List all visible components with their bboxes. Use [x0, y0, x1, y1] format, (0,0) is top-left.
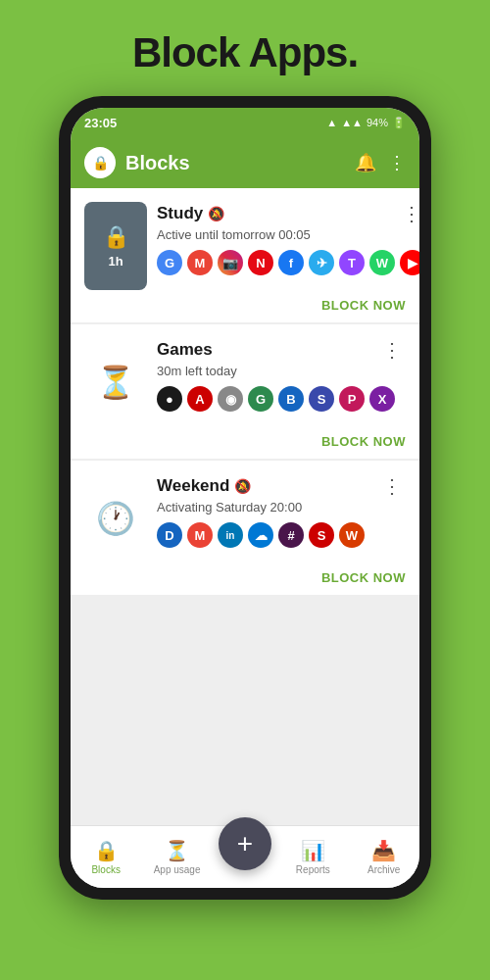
block-card-games: ⏳ Games ⋮ 30m left today ● A ◉ G: [71, 324, 419, 459]
app-icons-games: ● A ◉ G B S P X: [157, 386, 406, 412]
more-options-games[interactable]: ⋮: [378, 338, 406, 362]
phone-frame: 23:05 ▲ ▲▲ 94% 🔋 🔒 Blocks 🔔 ⋮: [59, 96, 431, 900]
app-icon-onedrive: ☁: [248, 522, 273, 548]
block-info-study: Study 🔕 ⋮ Active until tomorrow 00:05 G …: [157, 202, 419, 275]
nav-app-usage[interactable]: ⏳ App usage: [148, 839, 207, 875]
nav-app-usage-label: App usage: [154, 864, 201, 875]
app-icon-instagram: 📷: [218, 250, 243, 275]
app-icon-chrome: G: [157, 250, 182, 275]
app-icon-g3: ◉: [218, 386, 243, 412]
bell-off-icon-weekend: 🔕: [234, 478, 251, 494]
clock-icon: 🕐: [96, 500, 135, 537]
app-icon-g6: S: [309, 386, 334, 412]
nav-blocks[interactable]: 🔒 Blocks: [76, 839, 135, 875]
block-subtitle-study: Active until tomorrow 00:05: [157, 227, 419, 242]
wifi-icon: ▲: [326, 117, 337, 128]
more-options-icon[interactable]: ⋮: [388, 152, 406, 173]
app-icon-slack: #: [278, 522, 304, 548]
nav-archive[interactable]: 📥 Archive: [355, 839, 414, 875]
app-icons-study: G M 📷 N f ✈ T W ▶: [157, 250, 419, 275]
block-info-games: Games ⋮ 30m left today ● A ◉ G B S P: [157, 338, 406, 412]
status-time: 23:05: [84, 116, 117, 130]
nav-app-usage-icon: ⏳: [165, 839, 189, 862]
app-icon-telegram: ✈: [309, 250, 334, 275]
app-icon-gmail2: M: [187, 522, 213, 548]
app-icon-word: W: [339, 522, 365, 548]
app-icon-netflix: N: [248, 250, 273, 275]
block-subtitle-games: 30m left today: [157, 364, 406, 378]
app-icon-youtube: ▶: [400, 250, 419, 275]
app-icon-linkedin: in: [218, 522, 243, 548]
empty-space: [71, 597, 419, 714]
app-icon-messenger: f: [278, 250, 304, 275]
page-headline: Block Apps.: [132, 29, 358, 76]
block-name-weekend: Weekend 🔕: [157, 476, 251, 496]
main-content: 🔒 1h Study 🔕 ⋮ Active until tomorrow 00:…: [71, 188, 419, 825]
battery-level: 94%: [367, 117, 388, 128]
block-card-study: 🔒 1h Study 🔕 ⋮ Active until tomorrow 00:…: [71, 188, 419, 322]
nav-archive-icon: 📥: [371, 839, 396, 862]
app-icon-gdrive: D: [157, 522, 182, 548]
block-info-weekend: Weekend 🔕 ⋮ Activating Saturday 20:00 D …: [157, 474, 406, 548]
notification-icon[interactable]: 🔔: [355, 152, 376, 173]
app-icon-gmail: M: [187, 250, 213, 275]
block-icon-study: 🔒 1h: [84, 202, 147, 290]
more-options-study[interactable]: ⋮: [398, 202, 419, 225]
status-icons: ▲ ▲▲ 94% 🔋: [326, 117, 406, 129]
nav-blocks-label: Blocks: [91, 864, 120, 875]
block-now-games[interactable]: BLOCK NOW: [321, 434, 406, 449]
app-bar-title: Blocks: [125, 152, 345, 174]
nav-reports[interactable]: 📊 Reports: [283, 839, 342, 875]
block-name-games: Games: [157, 340, 213, 360]
fab-add[interactable]: +: [219, 817, 271, 870]
app-icon-twitch: T: [339, 250, 365, 275]
nav-archive-label: Archive: [368, 864, 400, 875]
nav-reports-icon: 📊: [301, 839, 325, 862]
block-now-weekend[interactable]: BLOCK NOW: [321, 570, 406, 585]
app-icon-g2: A: [187, 386, 213, 412]
block-name-study: Study 🔕: [157, 204, 224, 223]
app-icon-sheets: S: [309, 522, 334, 548]
lock-icon: 🔒: [103, 224, 129, 250]
app-icon-g5: B: [278, 386, 304, 412]
block-subtitle-weekend: Activating Saturday 20:00: [157, 500, 406, 514]
block-now-study[interactable]: BLOCK NOW: [321, 298, 406, 313]
app-icon-g1: ●: [157, 386, 182, 412]
block-duration-study: 1h: [108, 254, 122, 269]
battery-icon: 🔋: [392, 117, 406, 129]
app-icon-whatsapp: W: [369, 250, 395, 275]
app-bar: 🔒 Blocks 🔔 ⋮: [71, 137, 419, 188]
hourglass-icon: ⏳: [96, 364, 135, 401]
app-bar-actions: 🔔 ⋮: [355, 152, 406, 173]
app-icon-g8: X: [369, 386, 395, 412]
app-icon-g7: P: [339, 386, 365, 412]
app-lock-icon: 🔒: [84, 147, 116, 178]
bell-off-icon-study: 🔕: [208, 206, 224, 221]
more-options-weekend[interactable]: ⋮: [378, 474, 406, 498]
app-icons-weekend: D M in ☁ # S W: [157, 522, 406, 548]
block-icon-weekend: 🕐: [84, 474, 147, 563]
app-icon-g4: G: [248, 386, 273, 412]
block-card-weekend: 🕐 Weekend 🔕 ⋮ Activating Saturday 20:00: [71, 461, 419, 595]
status-bar: 23:05 ▲ ▲▲ 94% 🔋: [71, 108, 419, 137]
nav-reports-label: Reports: [296, 864, 330, 875]
nav-blocks-icon: 🔒: [94, 839, 119, 862]
block-icon-games: ⏳: [84, 338, 147, 426]
bottom-nav: 🔒 Blocks ⏳ App usage + 📊 Reports 📥 Archi…: [71, 825, 419, 888]
phone-screen: 23:05 ▲ ▲▲ 94% 🔋 🔒 Blocks 🔔 ⋮: [71, 108, 419, 888]
signal-icon: ▲▲: [341, 117, 363, 128]
